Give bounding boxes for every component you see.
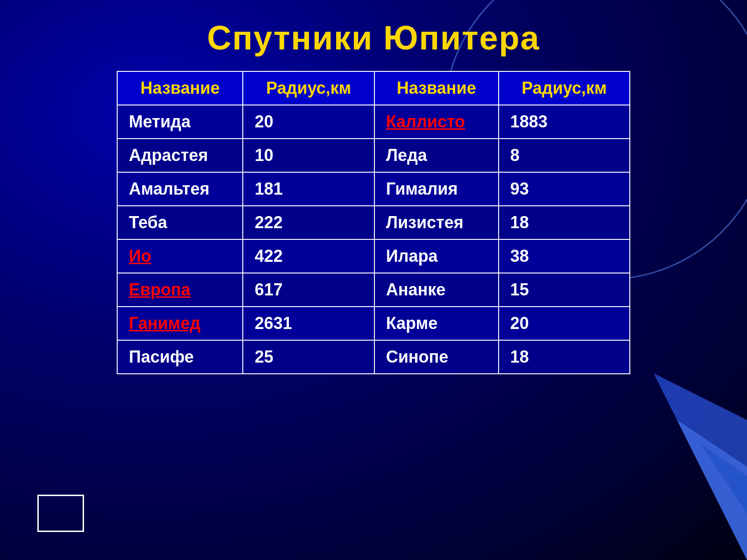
cell-name2: Леда bbox=[374, 139, 499, 172]
cell-name1: Адрастея bbox=[117, 139, 243, 172]
cell-name2: Гималия bbox=[374, 172, 499, 206]
page-title: Спутники Юпитера bbox=[207, 19, 540, 57]
cell-radius2: 18 bbox=[499, 340, 630, 374]
table-row: Метида20Каллисто1883 bbox=[117, 105, 630, 139]
cell-radius2: 18 bbox=[499, 206, 630, 239]
cell-name1[interactable]: Ганимед bbox=[117, 307, 243, 340]
cell-name2: Ананке bbox=[374, 273, 499, 307]
table-row: Ио422Илара38 bbox=[117, 239, 630, 273]
cell-radius1: 25 bbox=[243, 340, 374, 374]
cell-radius1: 10 bbox=[243, 139, 374, 172]
cell-radius2: 15 bbox=[499, 273, 630, 307]
col-header-name1: Название bbox=[117, 71, 243, 105]
table-row: Европа617Ананке15 bbox=[117, 273, 630, 307]
cell-name2: Синопе bbox=[374, 340, 499, 374]
cell-radius1: 20 bbox=[243, 105, 374, 139]
cell-radius2: 93 bbox=[499, 172, 630, 206]
cell-name1[interactable]: Европа bbox=[117, 273, 243, 307]
cell-name1[interactable]: Ио bbox=[117, 239, 243, 273]
satellites-table: Название Радиус,км Название Радиус,км Ме… bbox=[117, 71, 630, 374]
small-box-decoration bbox=[37, 495, 84, 532]
cell-name1: Пасифе bbox=[117, 340, 243, 374]
cell-radius1: 617 bbox=[243, 273, 374, 307]
cell-name2[interactable]: Каллисто bbox=[374, 105, 499, 139]
cell-name1: Метида bbox=[117, 105, 243, 139]
cell-radius2: 8 bbox=[499, 139, 630, 172]
cell-radius1: 181 bbox=[243, 172, 374, 206]
cell-radius1: 2631 bbox=[243, 307, 374, 340]
table-row: Амальтея181Гималия93 bbox=[117, 172, 630, 206]
col-header-radius1: Радиус,км bbox=[243, 71, 374, 105]
cell-name2: Илара bbox=[374, 239, 499, 273]
table-row: Ганимед2631Карме20 bbox=[117, 307, 630, 340]
cell-radius1: 422 bbox=[243, 239, 374, 273]
cell-radius2: 20 bbox=[499, 307, 630, 340]
cell-radius2: 38 bbox=[499, 239, 630, 273]
cell-radius2: 1883 bbox=[499, 105, 630, 139]
cell-name2: Карме bbox=[374, 307, 499, 340]
table-header-row: Название Радиус,км Название Радиус,км bbox=[117, 71, 630, 105]
table-row: Пасифе25Синопе18 bbox=[117, 340, 630, 374]
table-row: Адрастея10Леда8 bbox=[117, 139, 630, 172]
cell-name2: Лизистея bbox=[374, 206, 499, 239]
table-row: Теба222Лизистея18 bbox=[117, 206, 630, 239]
cell-name1: Теба bbox=[117, 206, 243, 239]
cell-radius1: 222 bbox=[243, 206, 374, 239]
main-content: Спутники Юпитера Название Радиус,км Назв… bbox=[0, 0, 747, 560]
col-header-name2: Название bbox=[374, 71, 499, 105]
col-header-radius2: Радиус,км bbox=[499, 71, 630, 105]
cell-name1: Амальтея bbox=[117, 172, 243, 206]
